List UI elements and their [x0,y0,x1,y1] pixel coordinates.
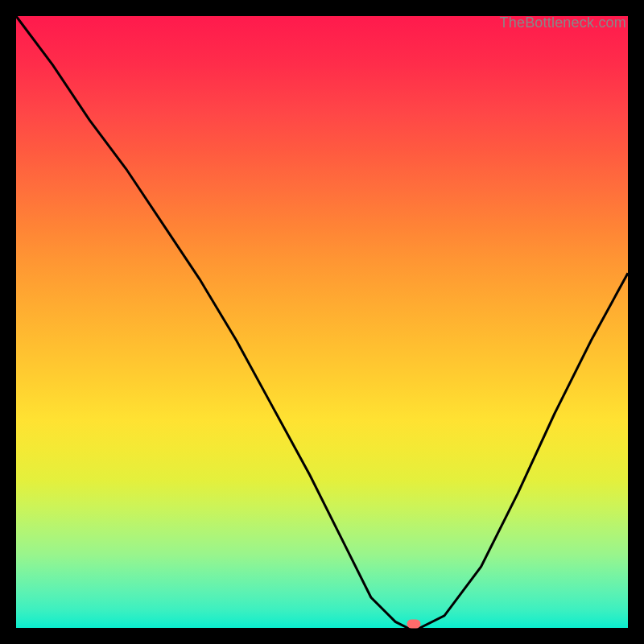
plot-area: TheBottleneck.com [16,16,628,628]
bottleneck-curve [16,16,628,628]
optimal-marker [407,620,421,629]
chart-frame: TheBottleneck.com [0,0,644,644]
